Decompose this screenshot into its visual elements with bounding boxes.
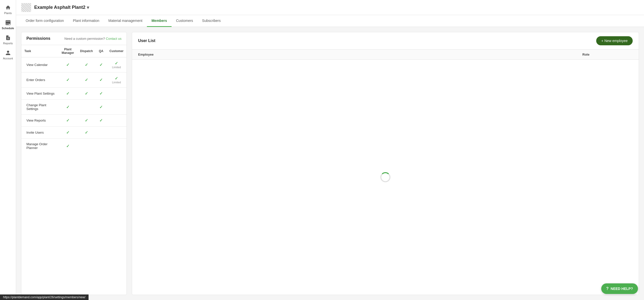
contact-us-link[interactable]: Contact us xyxy=(106,37,122,41)
sidebar-item-schedule-label: Schedule xyxy=(2,27,14,30)
help-button[interactable]: ? NEED HELP? xyxy=(601,283,638,294)
status-url: https://plantdemand.com/app/plant/26/set… xyxy=(3,295,86,299)
qa-cell: ✓ xyxy=(96,100,106,115)
qa-cell: ✓ xyxy=(96,115,106,127)
user-list-panel: User List + New employee Employee Role xyxy=(132,32,639,295)
check-mark: ✓ xyxy=(66,118,69,123)
qa-cell: ✓ xyxy=(96,88,106,100)
plant_manager-cell: ✓ xyxy=(59,72,77,88)
check-mark: ✓ xyxy=(99,78,103,82)
check-mark: ✓ xyxy=(115,61,118,66)
tab-plant-info[interactable]: Plant information xyxy=(68,15,104,27)
loading-spinner xyxy=(380,172,390,182)
check-mark: ✓ xyxy=(99,91,103,96)
nav-tabs: Order form configuration Plant informati… xyxy=(16,15,644,27)
dispatch-cell: ✓ xyxy=(77,72,96,88)
table-row: Invite Users✓✓ xyxy=(21,127,127,139)
task-cell: Manage Order Planner xyxy=(21,139,59,154)
qa-cell xyxy=(96,139,106,154)
permissions-table: Task PlantManager Dispatch QA Customer V… xyxy=(21,45,127,153)
check-mark: ✓ xyxy=(99,105,103,109)
status-bar: https://plantdemand.com/app/plant/26/set… xyxy=(0,294,89,300)
dispatch-cell: ✓ xyxy=(77,127,96,139)
permissions-panel: Permissions Need a custom permission? Co… xyxy=(21,32,127,295)
limited-label: Limited xyxy=(112,66,121,69)
check-mark: ✓ xyxy=(66,63,69,67)
check-mark: ✓ xyxy=(66,91,69,96)
user-table-header: Employee Role xyxy=(132,50,639,60)
plant_manager-cell: ✓ xyxy=(59,100,77,115)
main-content: Example Asphalt Plant2 ▾ Order form conf… xyxy=(16,0,644,300)
dispatch-cell: ✓ xyxy=(77,57,96,72)
title-dropdown-arrow[interactable]: ▾ xyxy=(87,5,89,10)
check-mark: ✓ xyxy=(66,130,69,135)
check-mark: ✓ xyxy=(99,63,103,67)
content-area: Permissions Need a custom permission? Co… xyxy=(16,27,644,300)
table-row: Change Plant Settings✓✓ xyxy=(21,100,127,115)
sidebar-item-schedule[interactable]: Schedule xyxy=(0,17,16,32)
reports-icon xyxy=(5,35,11,41)
check-mark: ✓ xyxy=(115,76,118,81)
table-row: View Reports✓✓✓ xyxy=(21,115,127,127)
check-mark: ✓ xyxy=(85,130,88,135)
plant-name: Example Asphalt Plant2 xyxy=(34,5,85,10)
customer-cell xyxy=(106,100,127,115)
qa-cell: ✓ xyxy=(96,72,106,88)
tab-order-form[interactable]: Order form configuration xyxy=(21,15,68,27)
permissions-contact-text: Need a custom permission? Contact us xyxy=(64,37,122,41)
tab-customers[interactable]: Customers xyxy=(172,15,198,27)
col-qa: QA xyxy=(96,45,106,57)
customer-cell: ✓Limited xyxy=(106,57,127,72)
task-cell: Invite Users xyxy=(21,127,59,139)
dispatch-cell: ✓ xyxy=(77,115,96,127)
new-employee-button[interactable]: + New employee xyxy=(596,36,633,45)
task-cell: View Reports xyxy=(21,115,59,127)
table-header-row: Task PlantManager Dispatch QA Customer xyxy=(21,45,127,57)
sidebar-item-reports[interactable]: Reports xyxy=(0,32,16,47)
permissions-title: Permissions xyxy=(26,36,50,41)
table-row: Enter Orders✓✓✓✓Limited xyxy=(21,72,127,88)
col-employee-header: Employee xyxy=(138,53,582,56)
task-cell: View Calendar xyxy=(21,57,59,72)
task-cell: Enter Orders xyxy=(21,72,59,88)
check-mark: ✓ xyxy=(66,78,69,82)
customer-cell: ✓Limited xyxy=(106,72,127,88)
tab-members[interactable]: Members xyxy=(147,15,171,27)
user-list-header: User List + New employee xyxy=(132,32,639,50)
help-label: NEED HELP? xyxy=(611,287,633,291)
task-cell: Change Plant Settings xyxy=(21,100,59,115)
sidebar-item-reports-label: Reports xyxy=(3,42,13,45)
tab-material-mgmt[interactable]: Material management xyxy=(104,15,147,27)
col-plant-manager: PlantManager xyxy=(59,45,77,57)
sidebar-item-account-label: Account xyxy=(3,57,13,60)
sidebar-item-plants-label: Plants xyxy=(4,12,12,15)
check-mark: ✓ xyxy=(85,78,88,82)
plants-icon xyxy=(5,5,11,11)
task-cell: View Plant Settings xyxy=(21,88,59,100)
check-mark: ✓ xyxy=(66,105,69,109)
sidebar-item-account[interactable]: Account xyxy=(0,47,16,62)
plant_manager-cell: ✓ xyxy=(59,57,77,72)
sidebar-item-plants[interactable]: Plants xyxy=(0,2,16,17)
schedule-icon xyxy=(5,20,11,26)
company-logo xyxy=(21,3,31,12)
customer-cell xyxy=(106,139,127,154)
check-mark: ✓ xyxy=(66,144,69,148)
qa-cell xyxy=(96,127,106,139)
col-customer: Customer xyxy=(106,45,127,57)
check-mark: ✓ xyxy=(85,118,88,123)
dispatch-cell xyxy=(77,100,96,115)
col-dispatch: Dispatch xyxy=(77,45,96,57)
table-row: View Plant Settings✓✓✓ xyxy=(21,88,127,100)
permissions-header: Permissions Need a custom permission? Co… xyxy=(21,32,127,45)
header: Example Asphalt Plant2 ▾ xyxy=(16,0,644,15)
plant_manager-cell: ✓ xyxy=(59,115,77,127)
user-list-body xyxy=(132,60,639,295)
table-row: Manage Order Planner✓ xyxy=(21,139,127,154)
tab-subscribers[interactable]: Subscribers xyxy=(197,15,225,27)
qa-cell: ✓ xyxy=(96,57,106,72)
plant_manager-cell: ✓ xyxy=(59,88,77,100)
help-icon: ? xyxy=(606,286,609,291)
col-task: Task xyxy=(21,45,59,57)
check-mark: ✓ xyxy=(99,118,103,123)
